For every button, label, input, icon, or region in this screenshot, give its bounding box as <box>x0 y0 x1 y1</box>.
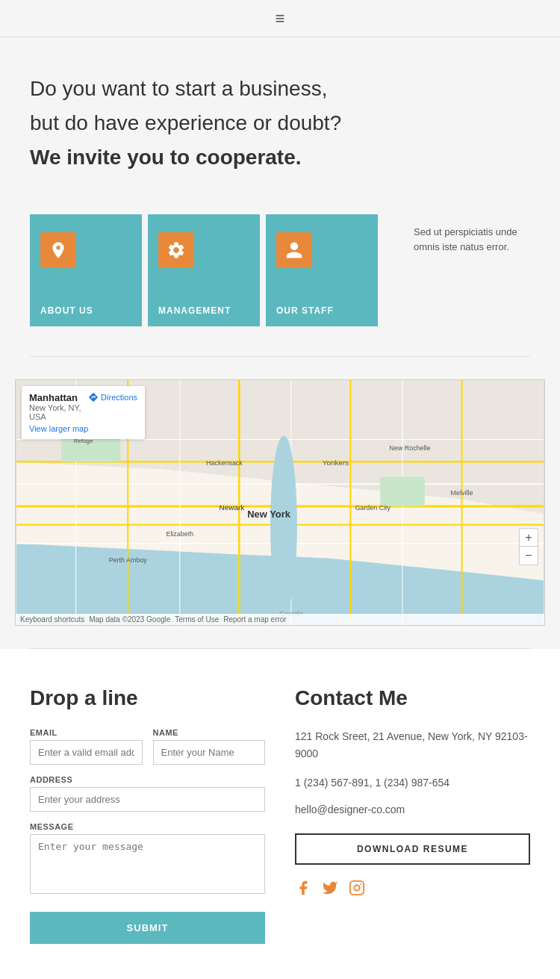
contact-phone: 1 (234) 567-891, 1 (234) 987-654 <box>295 777 530 789</box>
contact-email: hello@designer-co.com <box>295 804 530 815</box>
card-about-us[interactable]: ABOUT US <box>30 214 142 326</box>
location-icon <box>49 240 68 260</box>
map-zoom-in-button[interactable]: + <box>520 529 538 547</box>
card-management-label: MANAGEMENT <box>158 305 231 316</box>
card-our-staff-label: OUR STAFF <box>276 305 334 316</box>
email-label: EMAIL <box>30 728 143 737</box>
card-management-icon-bg <box>158 232 194 268</box>
contact-address: 121 Rock Sreet, 21 Avenue, New York, NY … <box>295 728 530 762</box>
svg-text:Perth Amboy: Perth Amboy <box>109 556 148 564</box>
message-row: MESSAGE <box>30 822 265 894</box>
map-zoom-out-button[interactable]: − <box>520 547 538 565</box>
card-our-staff-icon-bg <box>276 232 312 268</box>
gear-icon <box>167 240 186 260</box>
facebook-icon[interactable] <box>295 880 311 900</box>
svg-text:Hackensack: Hackensack <box>206 460 243 467</box>
map-footer-bar: Keyboard shortcuts Map data ©2023 Google… <box>16 614 544 625</box>
map-zoom-controls: + − <box>519 528 538 565</box>
svg-rect-33 <box>350 881 364 895</box>
message-label: MESSAGE <box>30 822 265 831</box>
svg-text:Newark: Newark <box>220 503 245 512</box>
svg-text:Yonkers: Yonkers <box>323 459 349 467</box>
name-input[interactable] <box>153 740 266 765</box>
twitter-icon[interactable] <box>322 880 338 900</box>
contact-form-column: Drop a line EMAIL NAME ADDRESS MESSAGE <box>30 686 265 944</box>
name-label: NAME <box>153 728 266 737</box>
directions-link[interactable]: Directions <box>88 392 137 403</box>
download-resume-button[interactable]: DOWNLOAD RESUME <box>295 833 530 865</box>
form-title: Drop a line <box>30 686 265 710</box>
address-label: ADDRESS <box>30 775 265 784</box>
cards-description: Sed ut perspiciatis unde omnis iste natu… <box>396 214 530 261</box>
instagram-icon[interactable] <box>349 880 365 900</box>
address-row: ADDRESS <box>30 775 265 812</box>
svg-text:Garden City: Garden City <box>355 504 391 512</box>
person-icon <box>284 240 304 260</box>
view-larger-map-link[interactable]: View larger map <box>29 424 137 433</box>
svg-text:Melville: Melville <box>451 489 473 497</box>
cards-section: ABOUT US MANAGEMENT <box>0 207 560 356</box>
map-location-title: Manhattan <box>29 392 88 403</box>
social-icons <box>295 880 530 900</box>
svg-point-17 <box>270 436 297 615</box>
message-group: MESSAGE <box>30 822 265 894</box>
svg-text:New York: New York <box>247 509 290 520</box>
svg-text:New Rochelle: New Rochelle <box>389 445 430 453</box>
email-input[interactable] <box>30 740 143 765</box>
contact-section: Drop a line EMAIL NAME ADDRESS MESSAGE <box>0 649 560 979</box>
report-map-error-link[interactable]: Report a map error <box>223 615 286 624</box>
submit-button[interactable]: SUBMIT <box>30 912 265 944</box>
card-about-us-icon-bg <box>40 232 76 268</box>
keyboard-shortcuts-link[interactable]: Keyboard shortcuts <box>20 615 84 624</box>
svg-text:Elizabeth: Elizabeth <box>166 530 193 538</box>
map-section: New York Yonkers New Rochelle Hackensack… <box>0 357 560 648</box>
cards-container: ABOUT US MANAGEMENT <box>30 214 396 326</box>
hero-line3: We invite you to cooperate. <box>30 143 530 172</box>
terms-of-use-link[interactable]: Terms of Use <box>175 615 219 624</box>
hero-line1: Do you want to start a business, <box>30 75 530 103</box>
map-location-subtitle: New York, NY, USA <box>29 403 88 421</box>
header: ≡ <box>0 0 560 37</box>
email-name-row: EMAIL NAME <box>30 728 265 765</box>
hero-line2: but do have experience or doubt? <box>30 109 530 137</box>
directions-icon <box>88 392 99 403</box>
hero-section: Do you want to start a business, but do … <box>0 37 560 207</box>
card-about-us-label: ABOUT US <box>40 305 93 316</box>
message-textarea[interactable] <box>30 834 265 894</box>
map-info-overlay: Manhattan New York, NY, USA Directions V… <box>22 386 145 439</box>
card-management[interactable]: MANAGEMENT <box>148 214 260 326</box>
card-management-icon-wrapper <box>158 232 194 268</box>
address-group: ADDRESS <box>30 775 265 812</box>
contact-info-title: Contact Me <box>295 686 530 710</box>
map-data-label: Map data ©2023 Google <box>89 615 170 624</box>
svg-rect-19 <box>380 477 425 507</box>
card-our-staff-icon-wrapper <box>276 232 312 268</box>
menu-icon[interactable]: ≡ <box>276 9 285 28</box>
contact-info-column: Contact Me 121 Rock Sreet, 21 Avenue, Ne… <box>295 686 530 944</box>
card-about-us-icon-wrapper <box>40 232 76 268</box>
svg-text:Refuge: Refuge <box>74 438 93 445</box>
name-group: NAME <box>153 728 266 765</box>
map-container[interactable]: New York Yonkers New Rochelle Hackensack… <box>15 379 545 626</box>
card-our-staff[interactable]: OUR STAFF <box>266 214 378 326</box>
address-input[interactable] <box>30 787 265 812</box>
email-group: EMAIL <box>30 728 143 765</box>
